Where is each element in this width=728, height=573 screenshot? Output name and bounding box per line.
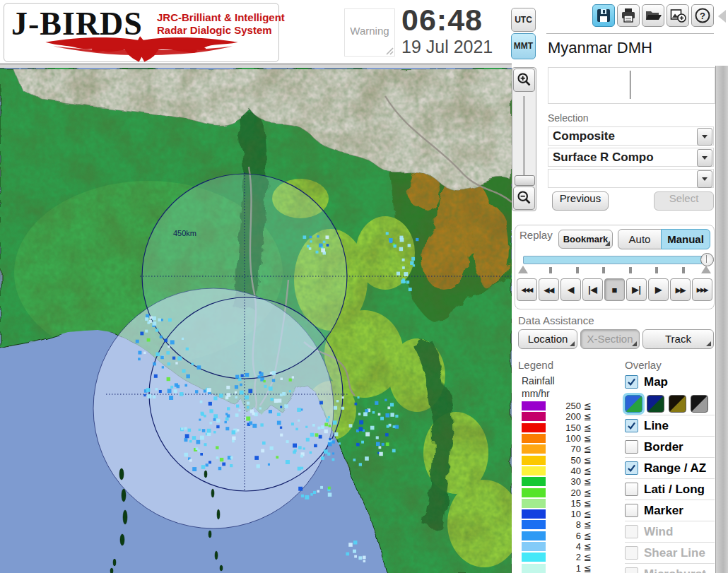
previous-button[interactable]: Previous bbox=[552, 191, 609, 211]
zoom-in-button[interactable] bbox=[513, 69, 535, 92]
slider-tick bbox=[655, 267, 658, 273]
manual-mode-button[interactable]: Manual bbox=[661, 229, 710, 249]
rainfall-echo bbox=[177, 356, 182, 360]
warning-panel[interactable]: Warning bbox=[344, 8, 395, 57]
product-info-box[interactable] bbox=[548, 67, 715, 104]
shear-line-checkbox[interactable] bbox=[625, 546, 638, 560]
replay-slider-thumb[interactable] bbox=[700, 253, 714, 266]
overlay-label-line: Line bbox=[644, 419, 669, 433]
map-style-swatch-3[interactable] bbox=[669, 395, 686, 413]
extra-dropdown[interactable] bbox=[548, 169, 714, 188]
track-button[interactable]: Track bbox=[642, 329, 714, 349]
rainfall-echo bbox=[359, 463, 362, 466]
zoom-slider-track[interactable] bbox=[523, 96, 525, 182]
auto-mode-button[interactable]: Auto bbox=[618, 229, 662, 249]
location-button[interactable]: Location bbox=[518, 329, 577, 349]
rainfall-echo bbox=[206, 463, 209, 466]
rainfall-echo bbox=[300, 467, 303, 470]
play-backward-button[interactable]: ◀ bbox=[560, 278, 581, 301]
microburst-checkbox[interactable] bbox=[625, 567, 638, 573]
help-button[interactable]: ? bbox=[691, 4, 714, 27]
product-dropdown[interactable]: Surface R Compo bbox=[548, 148, 714, 167]
save-button[interactable] bbox=[592, 4, 615, 27]
rainfall-echo bbox=[201, 465, 206, 469]
stop-button[interactable]: ■ bbox=[604, 278, 625, 301]
rainfall-echo bbox=[380, 417, 384, 420]
resize-grip-icon[interactable] bbox=[385, 47, 394, 55]
rainfall-echo bbox=[180, 392, 183, 396]
rainfall-echo bbox=[280, 394, 283, 396]
rainfall-echo bbox=[192, 436, 196, 439]
select-button[interactable]: Select bbox=[654, 191, 714, 211]
open-folder-button[interactable] bbox=[642, 4, 664, 27]
data-assistance-label: Data Assistance bbox=[518, 314, 594, 326]
map-style-swatch-2[interactable] bbox=[647, 395, 664, 413]
rainfall-echo bbox=[303, 447, 305, 449]
rainfall-echo bbox=[152, 317, 156, 321]
legend-row: 20≦ bbox=[522, 487, 599, 497]
rainfall-echo bbox=[293, 444, 297, 448]
rainfall-echo bbox=[363, 560, 366, 562]
zoom-out-button[interactable] bbox=[513, 187, 535, 210]
rainfall-echo bbox=[197, 365, 201, 370]
rainfall-echo bbox=[416, 238, 418, 241]
fast-rewind-button[interactable]: ◀◀ bbox=[539, 278, 559, 301]
chevron-down-icon[interactable] bbox=[697, 170, 712, 188]
radar-map-viewport[interactable]: 450km bbox=[0, 64, 512, 573]
step-backward-button[interactable]: |◀ bbox=[582, 278, 603, 301]
rainfall-echo bbox=[248, 389, 252, 394]
fast-forward-3x-button[interactable]: ▶▶▶ bbox=[692, 278, 712, 301]
border-checkbox[interactable] bbox=[625, 440, 638, 454]
zoom-slider-thumb[interactable] bbox=[515, 175, 535, 186]
rainfall-echo bbox=[309, 247, 312, 250]
panel-collapse-icon[interactable] bbox=[718, 10, 726, 23]
map-style-swatch-1[interactable] bbox=[625, 395, 642, 413]
marker-checkbox[interactable] bbox=[625, 504, 638, 517]
fast-forward-button[interactable]: ▶▶ bbox=[670, 278, 691, 301]
legend-value: 30 bbox=[550, 476, 581, 487]
product-value: Surface R Compo bbox=[553, 150, 654, 165]
rainfall-echo bbox=[147, 338, 151, 342]
range-az-checkbox[interactable] bbox=[625, 461, 638, 475]
rainfall-echo bbox=[264, 385, 267, 388]
step-forward-button[interactable]: ▶| bbox=[626, 278, 647, 301]
rainfall-echo bbox=[277, 421, 281, 425]
wind-checkbox[interactable] bbox=[625, 525, 638, 538]
map-checkbox[interactable] bbox=[625, 375, 638, 389]
replay-timeline-slider[interactable] bbox=[523, 256, 710, 264]
add-image-button[interactable] bbox=[667, 4, 689, 27]
rainfall-echo bbox=[175, 362, 177, 364]
rainfall-echo bbox=[328, 416, 330, 418]
rainfall-echo bbox=[328, 487, 331, 490]
chevron-down-icon[interactable] bbox=[697, 149, 712, 167]
utc-toggle-button[interactable]: UTC bbox=[511, 8, 536, 32]
map-style-swatch-4[interactable] bbox=[691, 395, 708, 413]
panel-splitter[interactable] bbox=[715, 66, 728, 573]
fast-rewind-3x-button[interactable]: ◀◀◀ bbox=[517, 278, 537, 301]
legend-row: 50≦ bbox=[522, 454, 599, 465]
print-button[interactable] bbox=[617, 4, 640, 27]
lati-long-checkbox[interactable] bbox=[625, 483, 638, 496]
radar-map[interactable]: 450km bbox=[0, 68, 512, 573]
rainfall-echo bbox=[326, 419, 329, 422]
rainfall-echo bbox=[387, 425, 389, 428]
rainfall-echo bbox=[277, 413, 281, 416]
x-section-button[interactable]: X-Section bbox=[580, 329, 640, 349]
chevron-down-icon[interactable] bbox=[697, 128, 712, 146]
rainfall-echo bbox=[317, 235, 319, 238]
rainfall-echo bbox=[254, 456, 259, 460]
legend-row: 10≦ bbox=[522, 509, 599, 519]
radar-coverage-disc bbox=[149, 297, 343, 491]
rainfall-echo bbox=[310, 451, 312, 454]
play-button[interactable]: ▶ bbox=[648, 278, 669, 301]
line-checkbox[interactable] bbox=[625, 419, 638, 432]
rainfall-echo bbox=[225, 421, 227, 423]
legend-row: 6≦ bbox=[522, 531, 599, 541]
legend-lte-symbol: ≦ bbox=[584, 519, 592, 530]
legend-lte-symbol: ≦ bbox=[584, 531, 592, 541]
overlay-item-shear-line: Shear Line bbox=[625, 542, 715, 563]
category-dropdown[interactable]: Composite bbox=[548, 126, 714, 146]
rainfall-echo bbox=[329, 438, 331, 440]
mmt-toggle-button[interactable]: MMT bbox=[511, 33, 536, 59]
bookmark-button[interactable]: Bookmark bbox=[558, 230, 613, 249]
